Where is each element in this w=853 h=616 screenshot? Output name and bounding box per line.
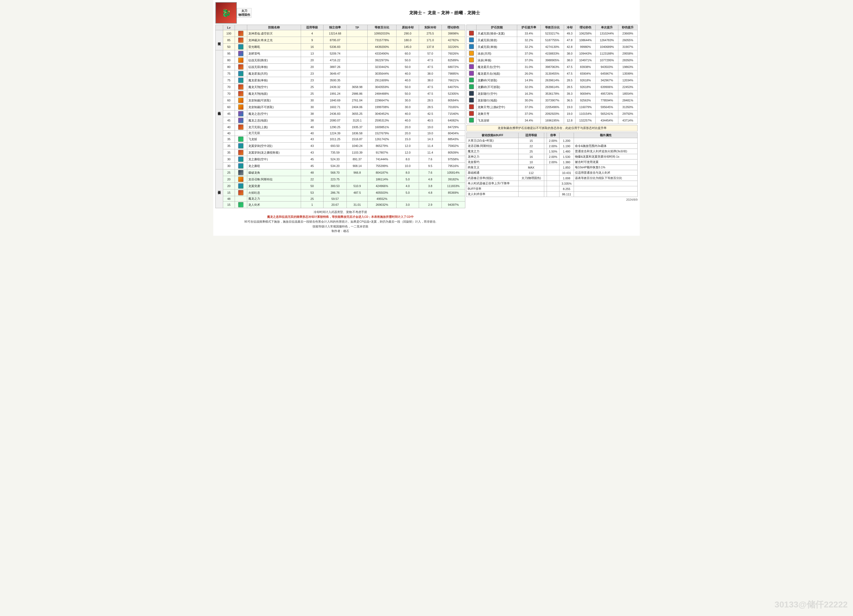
header-area: 🐉 太刀 物理固伤 龙骑士－ 龙皇 – 龙神 – 皓曦．龙骑士 [216, 2, 637, 24]
right-skill-icon-cell [467, 77, 477, 84]
skill-orig-cd: 5.0 [396, 176, 419, 183]
col-r-dps: 理论秒伤 [575, 25, 596, 30]
skill-real-cd: 137.8 [419, 44, 442, 50]
skill-name: 龙翼穿刺(龙之撕咬附着) [247, 149, 301, 156]
right-skill-boost: 14.9% [517, 77, 540, 84]
right-skill-icon [469, 105, 474, 109]
skill-rate: 3500.35 [323, 77, 347, 84]
skill-real-cd: 171.0 [419, 37, 442, 44]
right-table-row: 天威无双(骑坐+龙翼)33.4%5233217%49.3106258%13102… [467, 30, 637, 37]
col-header-lv: Lv [223, 25, 235, 30]
skill-icon [238, 143, 243, 149]
skill-name: 龙神君临:虚空炽灭 [247, 30, 301, 37]
skill-tp [347, 50, 367, 57]
right-header-row: 护石技能 护石提升率 等效百分比 冷却 理论秒伤 单次提升 秒伤提升 [467, 25, 637, 30]
right-skill-single: 495726% [596, 91, 618, 97]
skill-level: 95 [223, 50, 235, 57]
right-skill-sdps: 23669% [618, 30, 637, 37]
col-header-origcd: 原始冷却 [396, 25, 419, 30]
right-skill-icon-cell [467, 37, 477, 44]
skill-orig-cd: 40.0 [396, 111, 419, 117]
skill-icon-cell [235, 190, 247, 196]
right-skill-dps: 106258% [575, 30, 596, 37]
skill-eff: 3922973% [367, 57, 396, 64]
right-skill-eff: 3987063% [540, 64, 564, 70]
right-skill-cd: 49.3 [564, 30, 575, 37]
right-skill-single: 1077295% [596, 57, 618, 64]
right-table-row: 魔龙霸天击(地面)26.0%3130455%47.565904%645967%1… [467, 70, 637, 77]
right-skill-boost: 32.2% [517, 44, 540, 50]
skill-rate: 1602.71 [323, 104, 347, 111]
weapon-label: 太刀 物理固伤 [237, 8, 252, 18]
right-skill-sdps: 31907% [618, 44, 637, 50]
note-line3: 95可在征战骑乘模式下施放，施放后征战最后一段斩击伤害会计入95的伤害统计。如果… [216, 219, 465, 224]
buff-blank [544, 191, 546, 197]
skill-tp [347, 176, 367, 183]
skill-level: 50 [223, 44, 235, 50]
buff-row: BUFF倍率8.255 [467, 186, 637, 191]
right-skill-boost: 37.0% [517, 104, 540, 111]
skill-dps: 80404% [442, 130, 465, 136]
buff-name: 龙血誓约 [467, 159, 519, 165]
right-skill-sdps: 22453% [618, 84, 637, 91]
skill-tp: 1516.87 [347, 136, 367, 143]
right-skill-boost: 37.0% [517, 50, 540, 57]
skill-icon [238, 38, 243, 43]
right-skill-eff: 4158833% [540, 50, 564, 57]
buff-lv: 22 [518, 143, 544, 149]
table-row: 75魔龙星落(单独)233500.352911609%40.038.076621… [216, 77, 465, 84]
skill-level: 70 [223, 91, 235, 97]
skill-icon-cell [235, 37, 247, 44]
skill-name: 龙之撕咬 [247, 163, 301, 169]
skill-table: Lv 技能名称 适用等级 独立信率 TP 等效百分比 原始冷却 实际冷却 理论秒… [216, 24, 465, 208]
buff-name: 大胃王(2白金+时装) [467, 138, 519, 143]
buff-value: 3.335% [560, 181, 574, 186]
right-skill-single: 1310244% [596, 30, 618, 37]
skill-level: 30 [223, 156, 235, 163]
skill-icon-cell [235, 124, 247, 130]
right-skill-dps: 116079% [575, 104, 596, 111]
skill-rate: 13214.68 [323, 30, 347, 37]
skill-icon-cell [235, 169, 247, 176]
skill-tp [347, 30, 367, 37]
page-title: 龙骑士－ 龙皇 – 龙神 – 皓曦．龙骑士 [252, 9, 637, 17]
right-skill-single: 645967% [596, 70, 618, 77]
buff-note [574, 181, 637, 186]
right-skill-icon [469, 71, 474, 76]
right-skill-dps: 108644% [575, 37, 596, 44]
right-skill-boost: 16.3% [517, 91, 540, 97]
buff-rate [547, 191, 560, 197]
table-row: 60龙皇制裁(不可抓取)301602.712404.061999708%30.0… [216, 104, 465, 111]
skill-icon-cell [235, 117, 247, 124]
skill-eff: 405503% [367, 190, 396, 196]
skill-orig-cd: 290.0 [396, 30, 419, 37]
buff-row: 龙人剑术倍率86.111 [467, 191, 637, 197]
skill-icon-cell [235, 84, 247, 91]
buff-note: 命令&施放范围内3s霸体 [574, 143, 637, 149]
skill-real-cd: 38.0 [419, 77, 442, 84]
table-row: 35龙翼穿刺(空中2段)43693.501040.24865279%12.011… [216, 143, 465, 149]
skill-icon-cell [235, 183, 247, 190]
right-table-row: 魔龙霸天击(空中)31.0%3987063%47.583938%943503%1… [467, 64, 637, 70]
skill-dps: 71540% [442, 111, 465, 117]
right-skill-sdps: 28481% [618, 97, 637, 104]
skill-real-cd: 19.0 [419, 124, 442, 130]
table-row: 70魔龙天翔(地面)251991.242986.862484488%50.047… [216, 91, 465, 97]
skill-tp [347, 57, 367, 64]
right-skill-sdps: 13599% [618, 70, 637, 77]
buff-name: 龙人剑术倍率 [467, 191, 519, 197]
skill-tp [347, 64, 367, 70]
right-skill-name: 龙麟碎(不可抓取) [476, 84, 517, 91]
buff-blank [544, 181, 546, 186]
right-skill-icon-cell [467, 57, 477, 64]
skill-eff: 2484488% [367, 91, 396, 97]
right-skill-boost: 34.4% [517, 117, 540, 124]
buff-rate [547, 170, 560, 176]
right-skill-name: 龙影随行(地面) [476, 97, 517, 104]
skill-grade: 40 [301, 130, 323, 136]
skill-name: 龙神裁决:终末之光 [247, 37, 301, 44]
right-skill-cd: 36.5 [564, 97, 575, 104]
buff-blank [544, 186, 546, 191]
skill-grade: 38 [301, 111, 323, 117]
skill-tp [347, 70, 367, 77]
